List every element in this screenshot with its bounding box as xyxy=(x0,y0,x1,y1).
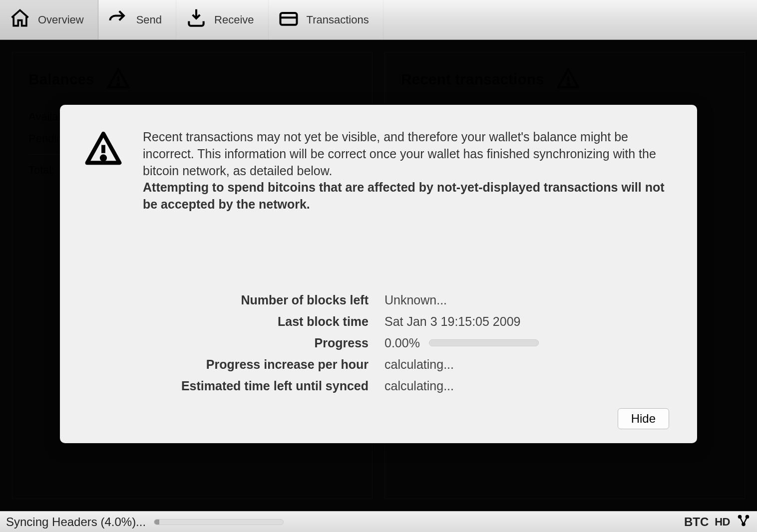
tab-send[interactable]: Send xyxy=(98,0,176,39)
svg-rect-0 xyxy=(280,13,297,25)
eta-label: Estimated time left until synced xyxy=(84,379,369,393)
sync-modal: Recent transactions may not yet be visib… xyxy=(60,105,697,443)
tab-label: Overview xyxy=(38,13,84,26)
tab-label: Receive xyxy=(214,13,254,26)
hd-badge[interactable]: HD xyxy=(715,516,730,529)
tab-label: Send xyxy=(136,13,162,26)
tab-label: Transactions xyxy=(307,13,369,26)
progress-label: Progress xyxy=(84,336,369,350)
sync-details: Number of blocks left Unknown... Last bl… xyxy=(84,293,669,393)
tab-receive[interactable]: Receive xyxy=(176,0,268,39)
status-text: Syncing Headers (4.0%)... xyxy=(6,515,146,529)
receive-icon xyxy=(185,7,207,32)
progress-value: 0.00% xyxy=(384,336,669,350)
transactions-icon xyxy=(278,7,300,32)
tab-overview[interactable]: Overview xyxy=(0,0,98,39)
sync-warning-text: Recent transactions may not yet be visib… xyxy=(143,129,669,213)
status-bar: Syncing Headers (4.0%)... BTC HD xyxy=(0,511,757,532)
eta-value: calculating... xyxy=(384,379,669,393)
status-progress-bar xyxy=(154,519,284,525)
warning-icon xyxy=(84,129,123,170)
progress-bar xyxy=(429,339,539,346)
blocks-left-label: Number of blocks left xyxy=(84,293,369,307)
hide-button[interactable]: Hide xyxy=(618,408,669,429)
svg-point-3 xyxy=(102,156,105,160)
send-icon xyxy=(107,7,129,32)
increase-value: calculating... xyxy=(384,357,669,372)
currency-unit[interactable]: BTC xyxy=(684,515,709,529)
tab-transactions[interactable]: Transactions xyxy=(269,0,383,39)
blocks-left-value: Unknown... xyxy=(384,293,669,307)
network-icon[interactable] xyxy=(736,513,751,531)
home-icon xyxy=(9,7,31,32)
toolbar: Overview Send Receive Transactions xyxy=(0,0,757,40)
last-block-value: Sat Jan 3 19:15:05 2009 xyxy=(384,314,669,329)
last-block-label: Last block time xyxy=(84,314,369,329)
increase-label: Progress increase per hour xyxy=(84,357,369,372)
